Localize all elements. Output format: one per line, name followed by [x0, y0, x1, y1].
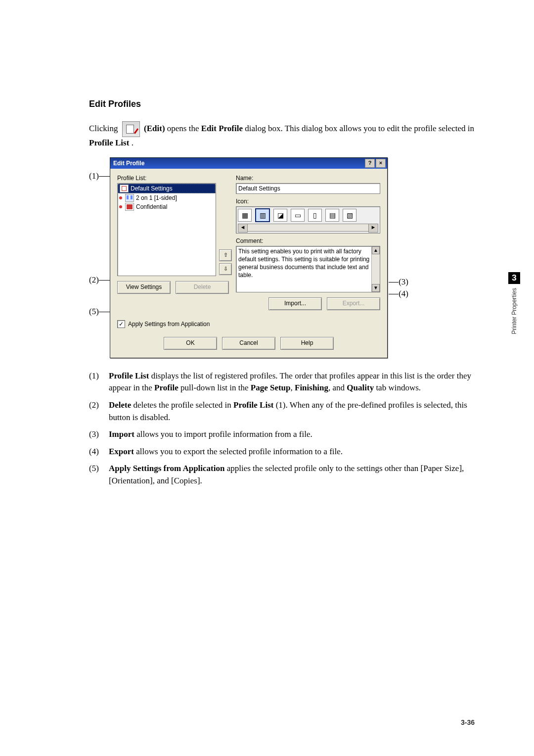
desc-text: Profile List	[233, 400, 273, 410]
list-item[interactable]: Confidential	[118, 202, 216, 211]
comment-field[interactable]: This setting enables you to print with a…	[236, 246, 380, 292]
profile-icon	[125, 194, 134, 202]
intro-text: .	[132, 138, 134, 147]
desc-text: pull-down list in the	[178, 383, 251, 392]
desc-text: deletes the profile selected in	[131, 400, 233, 410]
desc-number: (1)	[89, 370, 109, 394]
delete-button[interactable]: Delete	[176, 281, 229, 294]
desc-number: (3)	[89, 428, 109, 441]
callout-3: (3)	[399, 277, 408, 286]
desc-number: (2)	[89, 399, 109, 424]
profile-icon	[120, 185, 129, 192]
intro-text: Clicking	[89, 124, 120, 133]
page-number: 3-36	[461, 718, 475, 726]
bullet-icon	[119, 196, 122, 199]
vertical-scrollbar[interactable]: ▲ ▼	[371, 246, 380, 292]
list-item[interactable]: 2 on 1 [1-sided]	[118, 193, 216, 202]
intro-text: Profile List	[89, 138, 129, 147]
intro-text: (Edit)	[144, 124, 165, 133]
chapter-tab: 3 Printer Properties	[508, 272, 520, 336]
import-button[interactable]: Import...	[268, 297, 322, 310]
desc-text: Profile List	[109, 371, 149, 380]
comment-label: Comment:	[236, 237, 380, 244]
list-item-label: 2 on 1 [1-sided]	[136, 194, 177, 202]
profile-icon	[125, 203, 134, 211]
apply-settings-label: Apply Settings from Application	[128, 321, 210, 328]
icon-option[interactable]: ◪	[273, 209, 287, 222]
intro-text: opens the	[167, 124, 201, 133]
move-down-button[interactable]: ⇩	[219, 263, 232, 275]
callout-1: (1)	[89, 171, 99, 181]
icon-option[interactable]: ▭	[291, 209, 305, 222]
desc-text: Import	[109, 429, 134, 439]
desc-text: ,	[291, 383, 295, 392]
intro-text: Edit Profile	[201, 124, 243, 133]
description-item: (4) Export allows you to export the sele…	[89, 446, 475, 458]
desc-text: Profile	[154, 383, 178, 392]
scroll-left-button[interactable]: ◄	[238, 224, 248, 233]
chapter-label: Printer Properties	[511, 288, 518, 334]
icon-option[interactable]: ▧	[343, 209, 356, 222]
move-up-button[interactable]: ⇧	[219, 249, 232, 261]
comment-value: This setting enables you to print with a…	[238, 248, 369, 279]
cancel-button[interactable]: Cancel	[222, 337, 275, 350]
desc-text: tab windows.	[374, 383, 421, 392]
profile-list-label: Profile List:	[117, 175, 231, 182]
icon-chooser[interactable]: ▦ ▥ ◪ ▭ ▯ ▤ ▧ ◄ ►	[236, 206, 380, 234]
icon-option[interactable]: ▥	[255, 208, 270, 222]
dialog-title: Edit Profile	[113, 160, 144, 167]
scroll-down-button[interactable]: ▼	[372, 284, 380, 292]
close-button[interactable]: ×	[376, 159, 386, 168]
intro-paragraph: Clicking (Edit) opens the Edit Profile d…	[89, 121, 475, 149]
ok-button[interactable]: OK	[164, 337, 217, 350]
desc-text: allows you to export the selected profil…	[134, 447, 343, 456]
intro-text: dialog box. This dialog box allows you t…	[245, 124, 474, 133]
list-item-label: Default Settings	[131, 185, 173, 192]
icon-option[interactable]: ▦	[238, 209, 252, 222]
icon-option[interactable]: ▤	[325, 209, 339, 222]
desc-text: Quality	[347, 383, 374, 392]
name-field[interactable]: Default Settings	[236, 183, 380, 194]
icon-label: Icon:	[236, 198, 380, 205]
edit-icon	[122, 121, 140, 137]
edit-profile-dialog: Edit Profile ? × Profile List: Default S…	[110, 157, 388, 358]
profile-listbox[interactable]: Default Settings 2 on 1 [1-sided] Confid	[117, 183, 216, 276]
name-label: Name:	[236, 175, 380, 182]
section-heading: Edit Profiles	[89, 99, 475, 109]
scroll-up-button[interactable]: ▲	[372, 246, 380, 254]
desc-text: Delete	[109, 400, 131, 410]
description-item: (1) Profile List displays the list of re…	[89, 370, 475, 394]
description-item: (2) Delete deletes the profile selected …	[89, 399, 475, 424]
view-settings-button[interactable]: View Settings	[117, 281, 171, 294]
desc-number: (5)	[89, 463, 109, 487]
icon-option[interactable]: ▯	[308, 209, 322, 222]
chapter-badge: 3	[508, 272, 520, 284]
scrollbar-track[interactable]	[248, 224, 368, 232]
export-button[interactable]: Export...	[327, 297, 380, 310]
callout-5: (5)	[89, 307, 99, 316]
desc-number: (4)	[89, 446, 109, 458]
list-item-label: Confidential	[136, 203, 167, 211]
help-button[interactable]: ?	[365, 159, 375, 168]
list-item[interactable]: Default Settings	[118, 184, 216, 193]
desc-text: Export	[109, 447, 134, 456]
desc-text: , and	[328, 383, 347, 392]
desc-text: allows you to import profile information…	[134, 429, 312, 439]
help-button[interactable]: Help	[280, 337, 334, 350]
description-item: (3) Import allows you to import profile …	[89, 428, 475, 441]
desc-text: Finishing	[295, 383, 328, 392]
bullet-icon	[119, 205, 122, 208]
apply-settings-checkbox[interactable]: ✓	[117, 320, 125, 328]
callout-4: (4)	[399, 289, 408, 298]
figure: (1) (2) (5) Edit Profile ? × Profile Lis…	[89, 157, 475, 358]
titlebar: Edit Profile ? ×	[110, 158, 387, 169]
scroll-right-button[interactable]: ►	[368, 224, 378, 233]
desc-text: Apply Settings from Application	[109, 464, 224, 473]
description-item: (5) Apply Settings from Application appl…	[89, 463, 475, 487]
callout-2: (2)	[89, 275, 99, 284]
desc-text: Page Setup	[251, 383, 291, 392]
description-list: (1) Profile List displays the list of re…	[89, 370, 475, 487]
